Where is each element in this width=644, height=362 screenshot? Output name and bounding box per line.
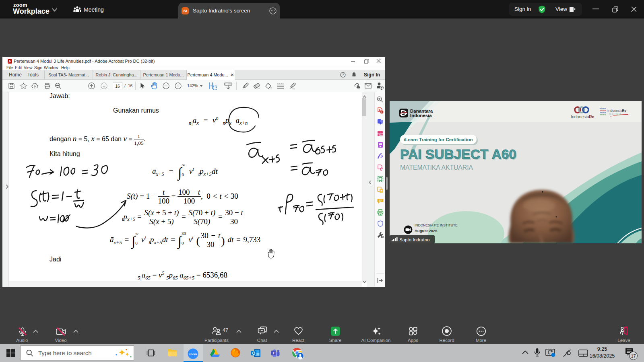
svg-text:Sapto Indratno: Sapto Indratno — [399, 237, 429, 242]
svg-text:Indonesia: Indonesia — [571, 114, 589, 119]
svg-text:Re: Re — [622, 109, 626, 113]
svg-text:zoom: zoom — [189, 352, 197, 356]
svg-text:O: O — [252, 351, 256, 356]
svg-text:PAI SUBJECT A60: PAI SUBJECT A60 — [400, 147, 516, 162]
svg-text:August 2025: August 2025 — [415, 228, 438, 233]
svg-text:T: T — [272, 351, 275, 355]
svg-text:Re: Re — [589, 114, 594, 119]
svg-text:iLearn Training for Certificat: iLearn Training for Certification — [404, 137, 473, 142]
svg-text:?: ? — [342, 73, 344, 77]
svg-text:Indonesia: Indonesia — [607, 109, 622, 113]
svg-text:INDONESIA RE INSTITUTE: INDONESIA RE INSTITUTE — [415, 223, 458, 227]
svg-text:MATEMATIKA AKTUARIA: MATEMATIKA AKTUARIA — [400, 164, 473, 171]
svg-text:A: A — [379, 109, 381, 111]
svg-text:Indonesia: Indonesia — [410, 113, 432, 118]
